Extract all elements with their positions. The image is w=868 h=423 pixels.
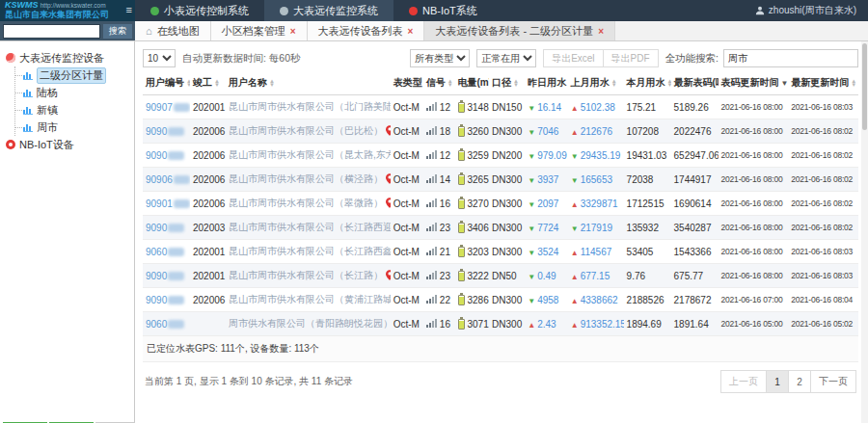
column-header[interactable]: 最新表码(吨)▲▼ bbox=[671, 71, 719, 95]
tree-node-nbiot[interactable]: NB-IoT设备 bbox=[6, 136, 130, 153]
map-pin-icon[interactable] bbox=[386, 270, 391, 280]
column-header[interactable]: 昨日用水▲▼ bbox=[525, 71, 568, 95]
column-header[interactable]: 最新更新时间▲▼ bbox=[788, 71, 858, 95]
tab[interactable]: 小区档案管理× bbox=[211, 21, 308, 40]
user-id-link[interactable]: 9060 bbox=[146, 319, 184, 330]
close-icon[interactable]: × bbox=[290, 26, 296, 37]
column-header[interactable]: 信号▲▼ bbox=[423, 71, 455, 95]
user-id-link[interactable]: 90906 bbox=[146, 174, 190, 185]
table-row[interactable]: 90906 202006 昆山市周市供水有限公司（横泾路） Oct-M 14 3… bbox=[143, 168, 858, 192]
global-search-input[interactable] bbox=[723, 49, 858, 67]
meter-reading-cell: 2022476 bbox=[671, 119, 719, 144]
tree-search-button[interactable]: 搜索 bbox=[103, 24, 132, 39]
meter-type-cell: Oct-M bbox=[391, 216, 423, 240]
page-button-下一页[interactable]: 下一页 bbox=[810, 370, 856, 393]
month-usage-cell: 9.76 bbox=[624, 264, 671, 288]
column-header[interactable]: 竣工▲▼ bbox=[190, 71, 226, 95]
map-pin-icon[interactable] bbox=[386, 198, 391, 208]
column-header[interactable]: 口径▲▼ bbox=[489, 71, 525, 95]
table-row[interactable]: 9090 202006 昆山市周市供水有限公司（昆太路,东方路东斜对面） Oct… bbox=[143, 144, 858, 168]
signal-cell: 22 bbox=[423, 288, 455, 312]
export-pdf-button[interactable]: 导出PDF bbox=[603, 49, 659, 67]
page-button-2[interactable]: 2 bbox=[788, 370, 811, 393]
type-filter-select[interactable]: 所有类型 bbox=[410, 49, 470, 67]
map-pin-icon[interactable] bbox=[386, 125, 391, 136]
table-row[interactable]: 9090 202001 昆山市周市供水有限公司（长江路） Oct-M 23 32… bbox=[143, 264, 858, 288]
user-name-cell: 昆山市周市供水有限公司（翠微路） bbox=[229, 198, 383, 208]
user-id-link[interactable]: 9060 bbox=[146, 247, 184, 257]
column-header[interactable]: 用户名称▲▼ bbox=[226, 71, 391, 95]
battery-icon bbox=[458, 126, 465, 137]
table-row[interactable]: 9060 202001 昆山市周市供水有限公司（长江路西鑫茂路路口） Oct-M… bbox=[143, 240, 858, 264]
page-button-1[interactable]: 1 bbox=[766, 370, 789, 393]
user-id-link[interactable]: 90901 bbox=[146, 198, 190, 209]
hamburger-icon[interactable]: ≡ bbox=[126, 4, 132, 15]
sidebar: 大表远传监控设备 二级分区计量陆杨新镇周市 NB-IoT设备 全部折叠 全部展开… bbox=[0, 41, 135, 423]
meter-reading-cell: 2178672 bbox=[671, 288, 719, 312]
meter-reading-cell: 5189.26 bbox=[671, 95, 719, 119]
lastmonth-usage-cell: ▼165653 bbox=[568, 168, 624, 192]
signal-icon bbox=[426, 102, 437, 111]
battery-icon bbox=[458, 102, 465, 113]
tree-node-新镇[interactable]: 新镇 bbox=[15, 101, 130, 119]
page-buttons: 上一页12下一页 bbox=[721, 370, 856, 393]
user-id-link[interactable]: 9090 bbox=[146, 271, 184, 281]
meter-time-cell: 2021-06-16 08:00 bbox=[719, 216, 789, 240]
user-id-link[interactable]: 9090 bbox=[146, 126, 184, 137]
tree-node-label: 周市 bbox=[37, 120, 58, 135]
tree-search-input[interactable] bbox=[3, 24, 100, 39]
lastmonth-usage-cell: ▲913352.15 bbox=[568, 312, 624, 336]
user-name: zhoushi(周市自来水) bbox=[769, 4, 856, 17]
column-header[interactable]: 表类型▲▼ bbox=[391, 71, 423, 95]
table-row[interactable]: 9090 202006 昆山市周市供水有限公司（巴比松） Oct-M 18 32… bbox=[143, 119, 858, 144]
table-row[interactable]: 90907 202001 昆山市周市供水有限公司（北门路美陆佳园东北角） Oct… bbox=[143, 95, 858, 119]
tree-node-二级分区计量[interactable]: 二级分区计量 bbox=[15, 66, 130, 84]
trend-arrow-icon: ▲ bbox=[571, 128, 579, 137]
scrollbar-thumb[interactable] bbox=[862, 43, 867, 130]
table-row[interactable]: 9090 202003 昆山市周市供水有限公司（长江路西迎宾路南） Oct-M … bbox=[143, 216, 858, 240]
vertical-scrollbar[interactable] bbox=[861, 41, 868, 423]
table-row[interactable]: 9090 202006 昆山市周市供水有限公司（黄浦江路城北大道口） Oct-M… bbox=[143, 288, 858, 312]
power-cell: 3270 bbox=[455, 192, 490, 216]
tree-node-周市[interactable]: 周市 bbox=[15, 119, 130, 136]
user-id-link[interactable]: 9090 bbox=[146, 150, 184, 161]
system-tabs: 小表远传控制系统大表远传监控系统NB-IoT系统 bbox=[135, 0, 493, 21]
meter-type-cell: Oct-M bbox=[391, 312, 423, 336]
lastmonth-usage-cell: ▲677.15 bbox=[568, 264, 624, 288]
table-row[interactable]: 90901 202006 昆山市周市供水有限公司（翠微路） Oct-M 16 3… bbox=[143, 192, 858, 216]
update-time-cell: 2021-06-16 08:02 bbox=[788, 144, 858, 168]
tab[interactable]: ⌂在线地图 bbox=[135, 21, 211, 40]
tab[interactable]: 大表远传设备列表 - 二级分区计量× bbox=[424, 21, 615, 40]
page-button-上一页[interactable]: 上一页 bbox=[720, 370, 767, 393]
yesterday-usage-cell: ▼0.49 bbox=[525, 264, 568, 288]
tab[interactable]: 大表远传设备列表× bbox=[308, 21, 425, 40]
export-excel-button[interactable]: 导出Excel bbox=[543, 49, 603, 67]
table-row[interactable]: 9060 周市供水有限公司（青阳路朗悦花园） Oct-M 16 3071 DN3… bbox=[143, 312, 858, 336]
user-menu[interactable]: zhoushi(周市自来水) bbox=[744, 0, 868, 21]
column-header[interactable]: 用户编号▲▼ bbox=[143, 71, 190, 95]
trend-arrow-icon: ▲ bbox=[571, 104, 579, 113]
column-header[interactable]: 电量(mV)▲▼ bbox=[455, 71, 490, 95]
user-id-link[interactable]: 9090 bbox=[146, 295, 184, 305]
redacted-id bbox=[168, 248, 184, 256]
power-cell: 3222 bbox=[455, 264, 490, 288]
column-header[interactable]: 本月用水▲▼ bbox=[624, 71, 671, 95]
column-header[interactable]: 上月用水▲▼ bbox=[568, 71, 624, 95]
power-cell: 3265 bbox=[455, 168, 490, 192]
user-id-link[interactable]: 90907 bbox=[146, 102, 190, 113]
diameter-cell: DN300 bbox=[489, 192, 525, 216]
map-pin-icon[interactable] bbox=[386, 173, 391, 184]
user-id-link[interactable]: 9090 bbox=[146, 223, 184, 233]
close-icon[interactable]: × bbox=[408, 26, 414, 37]
status-filter-select[interactable]: 正常在用 bbox=[476, 49, 536, 67]
yesterday-usage-cell: ▲2.43 bbox=[525, 312, 568, 336]
system-tab[interactable]: NB-IoT系统 bbox=[393, 0, 493, 21]
system-tab[interactable]: 小表远传控制系统 bbox=[135, 0, 264, 21]
system-tab[interactable]: 大表远传监控系统 bbox=[264, 0, 393, 21]
page-size-select[interactable]: 10 bbox=[143, 49, 176, 67]
tree-node-root[interactable]: 大表远传监控设备 bbox=[6, 49, 130, 66]
close-icon[interactable]: × bbox=[598, 26, 604, 37]
column-header[interactable]: 表码更新时间▼ bbox=[719, 71, 789, 95]
tree-node-陆杨[interactable]: 陆杨 bbox=[15, 84, 130, 101]
main-content: 10 自动更新数据时间: 每60秒 所有类型 正常在用 导出Excel导出PDF… bbox=[135, 41, 868, 423]
